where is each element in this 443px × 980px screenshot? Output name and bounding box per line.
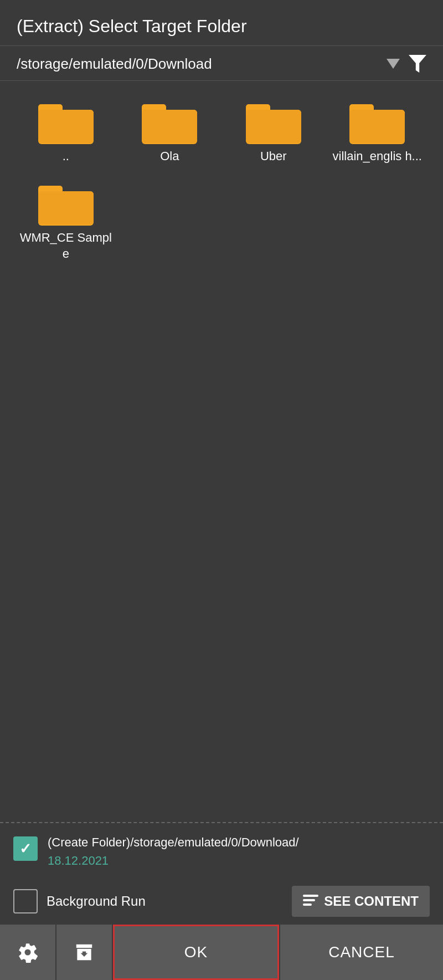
path-bar: /storage/emulated/0/Download: [0, 46, 443, 81]
dialog-title: (Extract) Select Target Folder: [17, 16, 247, 36]
folder-name-villain-english: villain_englis h...: [333, 149, 422, 165]
checkmark-icon: ✓: [19, 841, 32, 856]
create-folder-info: (Create Folder)/storage/emulated/0/Downl…: [48, 834, 299, 868]
create-folder-checkbox[interactable]: ✓: [13, 836, 38, 861]
see-content-label: SEE CONTENT: [324, 894, 419, 909]
folder-icon-uber: [246, 100, 301, 144]
svg-marker-0: [409, 55, 426, 73]
create-folder-path: (Create Folder)/storage/emulated/0/Downl…: [48, 834, 299, 851]
folder-icon-ola: [142, 100, 197, 144]
file-grid: .. Ola Uber: [0, 81, 443, 822]
ok-label: OK: [184, 943, 208, 961]
folder-name-ola: Ola: [160, 149, 179, 165]
ok-button[interactable]: OK: [113, 925, 279, 980]
see-content-icon: [303, 895, 318, 908]
filter-icon[interactable]: [409, 55, 426, 73]
create-folder-date: 18.12.2021: [48, 854, 299, 868]
archive-button[interactable]: [56, 925, 112, 980]
bottom-buttons: OK CANCEL: [0, 925, 443, 980]
folder-item-parent[interactable]: ..: [17, 94, 115, 170]
svg-rect-12: [349, 110, 405, 143]
settings-icon: [17, 942, 38, 963]
folder-icon-villain-english: [349, 100, 405, 144]
current-path: /storage/emulated/0/Download: [17, 55, 387, 73]
svg-rect-9: [246, 110, 301, 143]
bottom-section: ✓ (Create Folder)/storage/emulated/0/Dow…: [0, 822, 443, 925]
svg-rect-3: [38, 110, 94, 143]
create-folder-row: ✓ (Create Folder)/storage/emulated/0/Dow…: [13, 834, 430, 868]
folder-icon-wmr-ce: [38, 181, 94, 226]
folder-item-uber[interactable]: Uber: [224, 94, 323, 170]
folder-name-parent: ..: [63, 149, 69, 165]
folder-item-wmr-ce[interactable]: WMR_CE Sample: [17, 176, 115, 267]
folder-name-wmr-ce: WMR_CE Sample: [19, 230, 112, 262]
action-row: Background Run SEE CONTENT: [13, 878, 430, 925]
cancel-button[interactable]: CANCEL: [280, 925, 443, 980]
extract-dialog: (Extract) Select Target Folder /storage/…: [0, 0, 443, 980]
settings-button[interactable]: [0, 925, 55, 980]
folder-icon-parent: [38, 100, 94, 144]
svg-rect-6: [142, 110, 197, 143]
svg-rect-15: [38, 191, 94, 224]
title-bar: (Extract) Select Target Folder: [0, 0, 443, 46]
background-run-checkbox[interactable]: [13, 889, 38, 913]
folder-item-villain-english[interactable]: villain_englis h...: [328, 94, 427, 170]
background-run-label: Background Run: [47, 894, 283, 909]
folder-item-ola[interactable]: Ola: [121, 94, 219, 170]
path-dropdown-arrow[interactable]: [387, 59, 400, 69]
archive-icon: [74, 942, 95, 963]
cancel-label: CANCEL: [328, 943, 395, 961]
see-content-button[interactable]: SEE CONTENT: [292, 886, 430, 917]
folder-name-uber: Uber: [260, 149, 287, 165]
